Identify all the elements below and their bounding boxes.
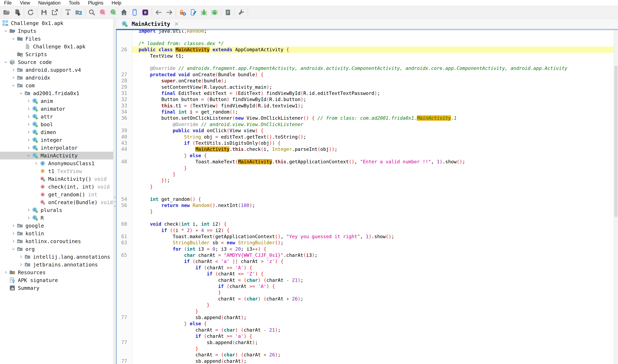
tree-item-source-code[interactable]: Source code bbox=[0, 58, 113, 66]
quark-button[interactable] bbox=[209, 7, 220, 18]
panel-splitter[interactable] bbox=[113, 19, 116, 364]
chevron-right-icon[interactable] bbox=[25, 128, 32, 136]
menu-item-tools[interactable]: Tools bbox=[69, 0, 80, 6]
frida-button[interactable] bbox=[198, 7, 209, 18]
tree-item-integer[interactable]: cinteger bbox=[0, 136, 113, 144]
chevron-right-icon[interactable] bbox=[10, 222, 17, 230]
deobfuscation-button[interactable] bbox=[177, 7, 188, 18]
tree-item-interpolator[interactable]: cinterpolator bbox=[0, 144, 113, 152]
save-all-button[interactable] bbox=[39, 7, 49, 18]
menu-item-help[interactable]: Help bbox=[112, 0, 121, 6]
tree-item-dimen[interactable]: cdimen bbox=[0, 128, 113, 136]
forward-button[interactable] bbox=[164, 7, 174, 18]
chevron-right-icon[interactable] bbox=[10, 74, 17, 82]
tree-item-t1[interactable]: ft1TextView bbox=[0, 167, 113, 175]
menu-item-file[interactable]: File bbox=[4, 0, 12, 6]
chevron-down-icon[interactable] bbox=[10, 82, 17, 89]
text-search-button[interactable] bbox=[97, 7, 108, 18]
tree-item-label: Challenge 0x1.apk bbox=[11, 20, 63, 26]
tree-item-resources[interactable]: Resources bbox=[0, 269, 113, 276]
chevron-right-icon[interactable] bbox=[33, 159, 39, 167]
chevron-right-icon[interactable] bbox=[25, 136, 32, 144]
tree-item-anim[interactable]: canim bbox=[0, 97, 113, 105]
tree-item-intellij-lang-annotations[interactable]: intellij.lang.annotations bbox=[0, 253, 113, 261]
chevron-right-icon[interactable] bbox=[25, 144, 32, 152]
tree-item-challenge-0x1-apk[interactable]: Challenge 0x1.apk bbox=[0, 43, 113, 51]
chevron-down-icon[interactable] bbox=[2, 27, 9, 35]
tree-item-anonymousclass1[interactable]: cAnonymousClass1 bbox=[0, 159, 113, 167]
tree-item-androidx[interactable]: androidx bbox=[0, 74, 113, 82]
menu-item-navigation[interactable]: Navigation bbox=[38, 0, 61, 6]
flat-packages-button[interactable] bbox=[73, 7, 84, 18]
tree-item-check-int-int[interactable]: mcheck(int, int)void bbox=[0, 183, 113, 191]
chevron-down-icon[interactable] bbox=[10, 245, 17, 253]
tab-mainactivity[interactable]: c MainActivity ✕ bbox=[116, 19, 183, 29]
tree-item-r[interactable]: cR bbox=[0, 214, 113, 222]
code-line: 60 void check(int i, int i2) { bbox=[117, 221, 618, 227]
code-area[interactable]: import java.util.Random;/* loaded from: … bbox=[117, 30, 618, 364]
close-icon[interactable]: ✕ bbox=[172, 21, 179, 27]
tree-item-plurals[interactable]: cplurals bbox=[0, 206, 113, 214]
tree-item-kotlinx-coroutines[interactable]: kotlinx.coroutines bbox=[0, 237, 113, 245]
chevron-down-icon[interactable] bbox=[2, 58, 9, 66]
chevron-down-icon[interactable] bbox=[25, 152, 32, 159]
chevron-right-icon[interactable] bbox=[25, 113, 32, 120]
class-search-button[interactable] bbox=[108, 7, 118, 18]
chevron-down-icon[interactable] bbox=[10, 35, 17, 43]
menu-item-plugins[interactable]: Plugins bbox=[88, 0, 103, 6]
tree-item-files[interactable]: Files bbox=[0, 35, 113, 43]
tree-item-get-random[interactable]: mget_random()int bbox=[0, 191, 113, 198]
tree-item-ad2001-frida0x1[interactable]: ad2001.frida0x1 bbox=[0, 89, 113, 97]
device-button[interactable] bbox=[129, 7, 140, 18]
chevron-right-icon[interactable] bbox=[10, 237, 17, 245]
tree-item-jetbrains-annotations[interactable]: jetbrains.annotations bbox=[0, 261, 113, 269]
open-file-button[interactable] bbox=[1, 7, 12, 18]
tree-item-android-support-v4[interactable]: android.support.v4 bbox=[0, 66, 113, 74]
tree-item-bool[interactable]: cbool bbox=[0, 120, 113, 128]
add-files-button[interactable] bbox=[12, 7, 23, 18]
edit-excluded-button[interactable] bbox=[188, 7, 198, 18]
memory-dump-button[interactable]: M bbox=[140, 7, 150, 18]
sync-button[interactable] bbox=[63, 7, 73, 18]
gutter-line-number: 36 bbox=[117, 115, 132, 121]
tree-item-apk-signature[interactable]: APK signature bbox=[0, 276, 113, 284]
menu-item-view[interactable]: View bbox=[20, 0, 30, 6]
tree-item-mainactivity[interactable]: cMainActivity bbox=[0, 152, 113, 159]
tree-item-attr[interactable]: cattr bbox=[0, 113, 113, 120]
chevron-right-icon[interactable] bbox=[10, 66, 17, 74]
code-line-text: if (charAt <= 'Z') { bbox=[132, 271, 618, 277]
tree-item-com[interactable]: com bbox=[0, 82, 113, 89]
chevron-down-icon[interactable] bbox=[17, 89, 24, 97]
main-activity-button[interactable] bbox=[118, 7, 129, 18]
tree-item-org[interactable]: org bbox=[0, 245, 113, 253]
project-tree[interactable]: Challenge 0x1.apkInputsFilesChallenge 0x… bbox=[0, 19, 113, 364]
chevron-right-icon[interactable] bbox=[10, 230, 17, 237]
back-button[interactable] bbox=[153, 7, 164, 18]
tree-item-scripts[interactable]: Scripts bbox=[0, 51, 113, 58]
chevron-right-icon[interactable] bbox=[25, 120, 32, 128]
search-button[interactable] bbox=[87, 7, 97, 18]
tree-item-challenge-0x1-apk[interactable]: Challenge 0x1.apk bbox=[0, 19, 113, 27]
chevron-right-icon[interactable] bbox=[17, 253, 24, 261]
tree-item-animator[interactable]: canimator bbox=[0, 105, 113, 113]
log-viewer-button[interactable] bbox=[223, 7, 233, 18]
tree-item-mainactivity[interactable]: mMainActivity()void bbox=[0, 175, 113, 183]
export-button[interactable] bbox=[49, 7, 60, 18]
chevron-right-icon[interactable] bbox=[25, 97, 32, 105]
reload-button[interactable] bbox=[25, 7, 36, 18]
tree-item-summary[interactable]: Summary bbox=[0, 284, 113, 292]
chevron-right-icon[interactable] bbox=[25, 206, 32, 214]
chevron-right-icon[interactable] bbox=[25, 214, 32, 222]
code-editor[interactable]: import java.util.Random;/* loaded from: … bbox=[116, 30, 618, 364]
tree-item-inputs[interactable]: Inputs bbox=[0, 27, 113, 35]
vertical-scrollbar[interactable] bbox=[614, 30, 618, 364]
chevron-right-icon[interactable] bbox=[17, 261, 24, 269]
tree-item-oncreate-bundle[interactable]: monCreate(Bundle)void bbox=[0, 198, 113, 206]
chevron-right-icon[interactable] bbox=[2, 269, 9, 276]
chevron-right-icon[interactable] bbox=[25, 105, 32, 113]
tree-item-kotlin[interactable]: kotlin bbox=[0, 230, 113, 237]
preferences-button[interactable] bbox=[236, 7, 247, 18]
vertical-scrollbar-thumb[interactable] bbox=[614, 65, 618, 217]
package-icon bbox=[17, 82, 25, 89]
tree-item-google[interactable]: google bbox=[0, 222, 113, 230]
